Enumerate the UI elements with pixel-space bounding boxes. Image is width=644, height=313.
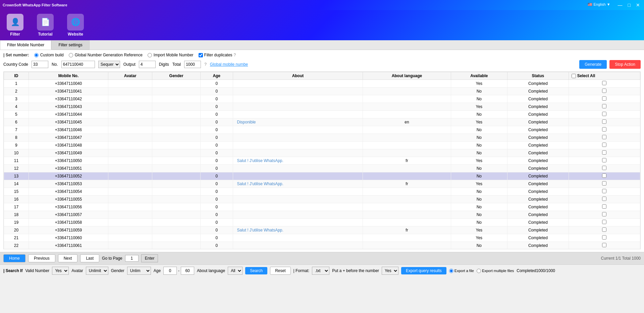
cell-avatar	[108, 126, 152, 134]
restore-button[interactable]: □	[627, 2, 632, 8]
row-checkbox[interactable]	[602, 181, 606, 186]
country-code-input[interactable]	[32, 61, 48, 68]
cell-select[interactable]	[569, 103, 640, 111]
cell-select[interactable]	[569, 203, 640, 211]
radio-import[interactable]: Import Mobile Number	[148, 53, 194, 57]
nav-website[interactable]: 🌐 Website	[67, 14, 84, 37]
row-checkbox[interactable]	[602, 220, 606, 224]
row-checkbox[interactable]	[602, 104, 606, 108]
cell-select[interactable]	[569, 126, 640, 134]
row-checkbox[interactable]	[602, 204, 606, 209]
sequencer-select[interactable]: Sequer	[98, 61, 120, 68]
format-select[interactable]: .txt .csv	[312, 267, 329, 275]
row-checkbox[interactable]	[602, 227, 606, 232]
cell-select[interactable]	[569, 211, 640, 219]
home-button[interactable]: Home	[3, 254, 25, 262]
cell-avatar	[108, 180, 152, 188]
reset-button[interactable]: Reset	[270, 267, 290, 275]
digits-label: Digits	[159, 62, 169, 67]
row-checkbox[interactable]	[602, 127, 606, 132]
last-button[interactable]: Last	[80, 254, 99, 262]
row-checkbox[interactable]	[602, 96, 606, 101]
cell-select[interactable]	[569, 219, 640, 226]
generate-button[interactable]: Generate	[579, 60, 607, 69]
minimize-button[interactable]: —	[616, 2, 624, 8]
row-checkbox[interactable]	[602, 135, 606, 139]
age-from-input[interactable]	[163, 267, 177, 275]
cell-select[interactable]	[569, 157, 640, 165]
cell-select[interactable]	[569, 95, 640, 103]
cell-select[interactable]	[569, 172, 640, 180]
cell-select[interactable]	[569, 111, 640, 118]
cell-select[interactable]	[569, 80, 640, 88]
cell-status: Completed	[507, 80, 569, 88]
goto-input[interactable]	[125, 255, 139, 262]
next-button[interactable]: Next	[58, 254, 78, 262]
about-lang-select[interactable]: All en fr hu es	[228, 267, 243, 275]
previous-button[interactable]: Previous	[28, 254, 55, 262]
search-button[interactable]: Search	[245, 267, 267, 274]
row-checkbox[interactable]	[602, 150, 606, 155]
nav-filter[interactable]: 👤 Filter	[7, 14, 23, 37]
row-checkbox[interactable]	[602, 89, 606, 93]
row-checkbox[interactable]	[602, 189, 606, 193]
valid-number-select[interactable]: Yes No All	[52, 267, 69, 275]
row-checkbox[interactable]	[602, 81, 606, 85]
cell-select[interactable]	[569, 226, 640, 234]
row-checkbox[interactable]	[602, 119, 606, 124]
stop-action-button[interactable]: Stop Action	[609, 60, 641, 69]
export-multiple-radio[interactable]: Export multiple files	[477, 269, 514, 273]
global-mobile-link[interactable]: Global mobile numbe	[210, 62, 248, 67]
row-checkbox[interactable]	[602, 173, 606, 178]
cell-available: Yes	[451, 80, 507, 88]
radio-custom-build[interactable]: Custom build	[34, 53, 64, 57]
export-file-radio[interactable]: Export a file	[449, 269, 474, 273]
cell-avatar	[108, 188, 152, 196]
cell-select[interactable]	[569, 134, 640, 142]
put-plus-select[interactable]: Yes No	[382, 267, 398, 275]
lang-selector[interactable]: 🇺🇸 English ▼	[588, 2, 610, 8]
cell-avatar	[108, 165, 152, 172]
set-number-label: | Set number:	[3, 53, 29, 57]
row-checkbox[interactable]	[602, 143, 606, 147]
row-checkbox[interactable]	[602, 112, 606, 116]
row-checkbox[interactable]	[602, 243, 606, 247]
cell-status: Completed	[507, 234, 569, 242]
tab-filter-mobile[interactable]: Filter Mobile Number	[0, 40, 51, 50]
row-checkbox[interactable]	[602, 158, 606, 162]
tab-filter-settings[interactable]: Filter settings	[51, 40, 89, 50]
row-checkbox[interactable]	[602, 197, 606, 201]
radio-global[interactable]: Global Number Generation Reference	[69, 53, 143, 57]
cell-select[interactable]	[569, 149, 640, 157]
cell-available: No	[451, 188, 507, 196]
avatar-select[interactable]: Unlimit Yes No	[86, 267, 108, 275]
cell-select[interactable]	[569, 188, 640, 196]
cell-age: 0	[200, 234, 233, 242]
gender-select[interactable]: Unlim Male Female	[127, 267, 151, 275]
nav-tutorial[interactable]: 📄 Tutorial	[37, 14, 54, 37]
row-checkbox[interactable]	[602, 235, 606, 240]
export-results-button[interactable]: Export query results	[401, 267, 446, 274]
select-all-checkbox[interactable]	[572, 74, 576, 78]
cell-select[interactable]	[569, 142, 640, 149]
row-checkbox[interactable]	[602, 166, 606, 170]
cell-select[interactable]	[569, 118, 640, 126]
age-to-input[interactable]	[181, 267, 194, 275]
cell-avatar	[108, 203, 152, 211]
output-input[interactable]	[139, 61, 156, 68]
enter-button[interactable]: Enter	[141, 254, 158, 262]
cell-select[interactable]	[569, 242, 640, 250]
cell-select[interactable]	[569, 165, 640, 172]
cell-select[interactable]	[569, 88, 640, 95]
total-input[interactable]	[184, 61, 201, 68]
cell-avatar	[108, 242, 152, 250]
cell-select[interactable]	[569, 234, 640, 242]
close-button[interactable]: ✕	[635, 2, 641, 8]
col-select-all[interactable]: Select All	[569, 72, 640, 80]
filter-duplicates-label[interactable]: Filter duplicates ?	[199, 53, 236, 57]
row-checkbox[interactable]	[602, 212, 606, 216]
no-input[interactable]	[61, 61, 95, 68]
cell-select[interactable]	[569, 180, 640, 188]
filter-duplicates-checkbox[interactable]	[199, 53, 203, 57]
cell-select[interactable]	[569, 196, 640, 203]
